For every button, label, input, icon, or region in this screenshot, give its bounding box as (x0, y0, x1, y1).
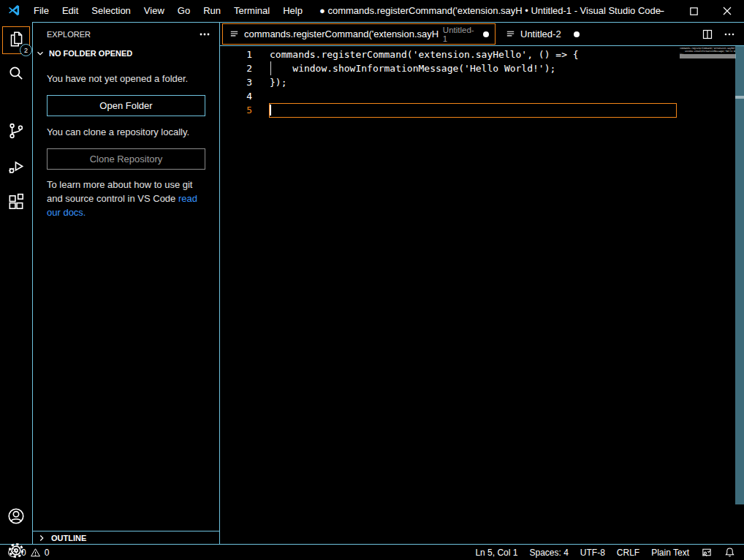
tab-untitled-1[interactable]: commands.registerCommand('extension.sayH… (222, 23, 496, 45)
error-icon (7, 548, 18, 558)
menu-go[interactable]: Go (171, 0, 197, 22)
status-bar: 0 0 Ln 5, Col 1 Spaces: 4 UTF-8 CRLF Pla… (0, 545, 744, 560)
menu-bar: File Edit Selection View Go Run Terminal… (27, 0, 309, 22)
minimap-slider[interactable] (680, 54, 736, 58)
modified-dot[interactable] (574, 31, 580, 37)
vscode-window: File Edit Selection View Go Run Terminal… (0, 0, 744, 560)
window-controls (643, 0, 744, 22)
no-folder-text: You have not yet opened a folder. (47, 72, 208, 86)
search-icon[interactable] (7, 64, 26, 83)
status-right: Ln 5, Col 1 Spaces: 4 UTF-8 CRLF Plain T… (469, 547, 737, 558)
modified-dot[interactable] (483, 31, 489, 37)
encoding-status[interactable]: UTF-8 (574, 548, 611, 558)
line-number-active: 5 (220, 103, 252, 117)
problems-status[interactable]: 0 0 (7, 548, 49, 558)
file-list-icon (505, 29, 516, 39)
activity-bar: 2 (0, 23, 32, 544)
docs-paragraph: To learn more about how to use git and s… (47, 178, 208, 219)
menu-edit[interactable]: Edit (56, 0, 85, 22)
tab-label: Untitled-2 (520, 29, 561, 39)
open-folder-button[interactable]: Open Folder (47, 95, 205, 116)
docs-text: To learn more about how to use git and s… (47, 179, 192, 204)
chevron-right-icon (37, 533, 47, 543)
menu-selection[interactable]: Selection (85, 0, 137, 22)
tab-description: Untitled-1 (443, 26, 479, 43)
chevron-down-icon (35, 48, 45, 58)
menu-run[interactable]: Run (197, 0, 227, 22)
accounts-icon[interactable] (7, 507, 26, 526)
overview-ruler-cursor-mark (735, 96, 744, 99)
indentation-status[interactable]: Spaces: 4 (523, 548, 574, 558)
sidebar-item-explorer[interactable]: 2 (2, 26, 30, 54)
more-actions-icon[interactable] (724, 29, 735, 40)
code-line[interactable]: commands.registerCommand('extension.sayH… (270, 48, 579, 61)
editor-actions (702, 23, 735, 45)
menu-help[interactable]: Help (276, 0, 309, 22)
tab-untitled-2[interactable]: Untitled-2 (499, 23, 585, 45)
tab-label: commands.registerCommand('extension.sayH (244, 29, 439, 39)
maximize-icon[interactable] (677, 0, 710, 22)
outline-label: OUTLINE (51, 534, 86, 542)
line-number: 1 (220, 48, 252, 61)
editor-scrollbar[interactable] (735, 46, 744, 504)
warning-icon (30, 548, 41, 558)
line-number: 4 (220, 89, 252, 103)
indent-guide (270, 61, 271, 75)
outline-section-header[interactable]: OUTLINE (33, 531, 219, 544)
code-line[interactable]: window.showInformationMessage('Hello Wor… (270, 61, 555, 75)
error-count: 0 (21, 548, 26, 558)
menu-file[interactable]: File (27, 0, 56, 22)
window-title: ● commands.registerCommand('extension.sa… (319, 0, 661, 22)
extensions-icon[interactable] (7, 192, 26, 211)
text-cursor (270, 105, 271, 116)
eol-status[interactable]: CRLF (611, 548, 645, 558)
explorer-badge: 2 (20, 44, 32, 56)
clone-repository-button[interactable]: Clone Repository (47, 148, 205, 170)
sidebar-title: EXPLORER (47, 30, 91, 39)
section-no-folder-opened[interactable]: NO FOLDER OPENED (33, 45, 219, 61)
section-label: NO FOLDER OPENED (49, 49, 132, 58)
split-editor-icon[interactable] (702, 29, 713, 40)
minimize-icon[interactable] (643, 0, 677, 22)
close-icon[interactable] (710, 0, 744, 22)
menu-view[interactable]: View (137, 0, 171, 22)
vscode-logo (7, 4, 21, 18)
code-line[interactable]: }); (270, 75, 286, 89)
current-line-highlight (269, 103, 677, 118)
explorer-sidebar: EXPLORER NO FOLDER OPENED You have not y… (33, 23, 219, 544)
source-control-icon[interactable] (7, 121, 26, 140)
title-bar: File Edit Selection View Go Run Terminal… (0, 0, 744, 22)
more-actions-icon[interactable] (199, 29, 210, 40)
line-number: 2 (220, 61, 252, 75)
run-debug-icon[interactable] (7, 157, 26, 176)
cursor-position-status[interactable]: Ln 5, Col 1 (469, 548, 523, 558)
file-list-icon (229, 29, 240, 39)
code-editor[interactable]: 1 2 3 4 5 commands.registerCommand('exte… (220, 46, 744, 544)
bell-icon[interactable] (718, 547, 737, 558)
clone-text: You can clone a repository locally. (47, 126, 208, 139)
language-mode-status[interactable]: Plain Text (645, 548, 695, 558)
feedback-icon[interactable] (695, 547, 718, 558)
menu-terminal[interactable]: Terminal (227, 0, 276, 22)
line-number: 3 (220, 75, 252, 89)
warning-count: 0 (45, 548, 50, 558)
editor-tab-bar: commands.registerCommand('extension.sayH… (220, 23, 744, 45)
